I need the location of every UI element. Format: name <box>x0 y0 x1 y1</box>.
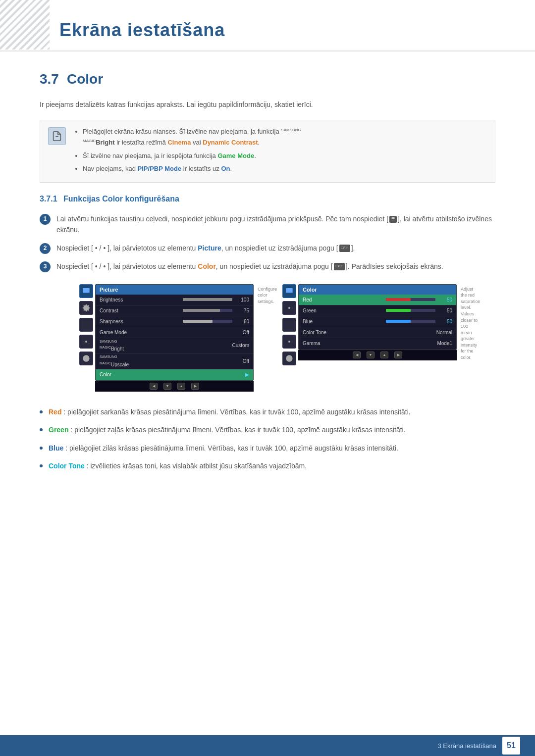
note-content: Pielāgojiet ekrāna krāsu nianses. Šī izv… <box>74 126 301 176</box>
osd-sidebar-1 <box>79 284 93 365</box>
green-value: 50 <box>438 308 452 313</box>
blue-value: 50 <box>438 319 452 324</box>
osd-row-color-tone: Color Tone Normal <box>299 327 456 338</box>
bullet-item-color-tone: Color Tone : izvēlieties krāsas toni, ka… <box>40 460 495 471</box>
screenshots-row: Picture Brightness 100 Contrast <box>54 284 495 392</box>
nav-left-2: ◀ <box>353 352 361 358</box>
osd-nav-bar-1: ◀ ▼ ▲ ▶ <box>95 381 254 392</box>
subsection-number: 3.7.1 <box>40 195 57 203</box>
monitor-icon <box>79 284 93 298</box>
settings-icon-2 <box>282 301 296 315</box>
magic-brand-1: SAMSUNGMAGIC <box>83 128 301 143</box>
step-3: Nospiediet [ • / • ], lai pārvietotos uz… <box>40 261 495 272</box>
sharpness-bar <box>183 320 232 323</box>
intro-text: Ir pieejams detalizēts katras funkcijas … <box>40 99 495 110</box>
magic-bright-value: Custom <box>232 343 249 348</box>
nav-down-1: ▼ <box>163 383 171 390</box>
page-footer: 3 Ekrāna iestatīšana 51 <box>0 735 535 756</box>
main-content: 3.7 Color Ir pieejams detalizēts katras … <box>0 66 535 508</box>
game-mode-highlight: Game Mode <box>217 152 254 159</box>
color-label-osd: Color <box>100 372 235 377</box>
blue-keyword: Blue <box>49 444 63 452</box>
confirm-icon: □/☞ <box>339 245 350 252</box>
brightness-fill <box>183 298 232 301</box>
color-arrow: ▶ <box>235 372 249 377</box>
magic-bright-label-osd: SAMSUNGMAGICBright <box>100 340 232 352</box>
contrast-value: 75 <box>235 308 249 313</box>
osd-row-brightness: Brightness 100 <box>96 295 253 305</box>
bullet-text-green: Green : pielāgojiet zaļās krāsas piesāti… <box>49 424 406 435</box>
osd-row-red: Red 50 <box>299 295 456 305</box>
contrast-label: Contrast <box>100 308 183 313</box>
contrast-fill <box>183 309 220 312</box>
osd-row-blue: Blue 50 <box>299 316 456 327</box>
settings-icon <box>79 301 93 315</box>
pip-pbp-highlight: PIP/PBP Mode <box>138 165 182 172</box>
osd-title-1: Picture <box>96 285 253 295</box>
svg-point-18 <box>286 355 292 361</box>
svg-point-7 <box>85 341 87 343</box>
menu-icon: ☰ <box>389 216 397 223</box>
bullet-item-green: Green : pielāgojiet zaļās krāsas piesāti… <box>40 424 495 435</box>
info-icon <box>79 352 93 365</box>
step-2: Nospiediet [ • / • ], lai pārvietotos uz… <box>40 243 495 254</box>
brightness-value: 100 <box>235 297 249 302</box>
section-number: 3.7 <box>40 71 59 87</box>
step-3-text: Nospiediet [ • / • ], lai pārvietotos uz… <box>56 261 495 272</box>
osd-row-sharpness: Sharpness 60 <box>96 316 253 327</box>
note-icon <box>48 127 66 145</box>
green-fill <box>386 309 411 312</box>
step-1: Lai atvērtu funkcijas taustiņu ceļvedi, … <box>40 213 495 236</box>
green-keyword: Green <box>49 426 68 434</box>
color-tone-label: Color Tone <box>303 330 436 335</box>
page-number: 51 <box>502 737 520 755</box>
cinema-highlight: Cinema <box>167 139 191 146</box>
red-keyword: Red <box>49 408 61 416</box>
section-title: Color <box>67 71 103 87</box>
nav-left-1: ◀ <box>150 383 158 390</box>
osd-row-magic-upscale: SAMSUNGMAGICUpscale Off <box>96 353 253 369</box>
nav-down-2: ▼ <box>367 352 374 358</box>
red-value: 50 <box>438 297 452 302</box>
top-decorative-stripe <box>0 0 50 50</box>
confirm-icon-2: □/☞ <box>334 263 345 270</box>
on-highlight: On <box>221 165 230 172</box>
bullet-dot-green <box>40 428 43 431</box>
brightness-label: Brightness <box>100 297 183 302</box>
picture-menu-screenshot: Picture Brightness 100 Contrast <box>79 284 268 392</box>
svg-rect-1 <box>83 288 89 293</box>
nav-right-1: ▶ <box>191 383 199 390</box>
sharpness-label: Sharpness <box>100 319 183 324</box>
bullet-item-red: Red : pielāgojiet sarkanās krāsas piesāt… <box>40 406 495 417</box>
steps-list: Lai atvērtu funkcijas taustiņu ceļvedi, … <box>40 213 495 272</box>
svg-point-13 <box>288 307 290 309</box>
blue-label: Blue <box>303 319 386 324</box>
gamma-label: Gamma <box>303 341 437 346</box>
osd-row-color: Color ▶ <box>96 369 253 380</box>
dynamic-contrast-highlight: Dynamic Contrast <box>203 139 258 146</box>
page-title: Ekrāna iestatīšana <box>59 20 495 41</box>
note-box: Pielāgojiet ekrāna krāsu nianses. Šī izv… <box>40 120 495 182</box>
bullet-dot-blue <box>40 447 43 450</box>
svg-rect-11 <box>286 288 292 293</box>
section-heading: 3.7 Color <box>40 71 495 87</box>
bullet-list: Red : pielāgojiet sarkanās krāsas piesāt… <box>40 406 495 472</box>
bullet-item-blue: Blue : pielāgojiet zilās krāsas piesātin… <box>40 443 495 454</box>
green-label: Green <box>303 308 386 313</box>
subsection-heading: 3.7.1 Funkcijas Color konfigurēšana <box>40 195 495 203</box>
svg-point-17 <box>288 341 290 343</box>
info-icon-2 <box>282 352 296 365</box>
color-menu-screenshot: Color Red 50 Green <box>282 284 471 392</box>
sharpness-fill <box>183 320 213 323</box>
lines-icon <box>79 318 93 332</box>
color-tone-value: Normal <box>436 330 452 335</box>
osd-row-contrast: Contrast 75 <box>96 305 253 316</box>
bullet-dot-red <box>40 410 43 413</box>
lines-icon-2 <box>282 318 296 332</box>
red-label: Red <box>303 297 386 302</box>
note-item-1: Pielāgojiet ekrāna krāsu nianses. Šī izv… <box>83 126 301 148</box>
picture-highlight: Picture <box>198 244 221 252</box>
gear-icon-2 <box>282 335 296 349</box>
osd-hint-2: Adjust the red saturation level. Values … <box>461 286 481 361</box>
osd-row-green: Green 50 <box>299 305 456 316</box>
